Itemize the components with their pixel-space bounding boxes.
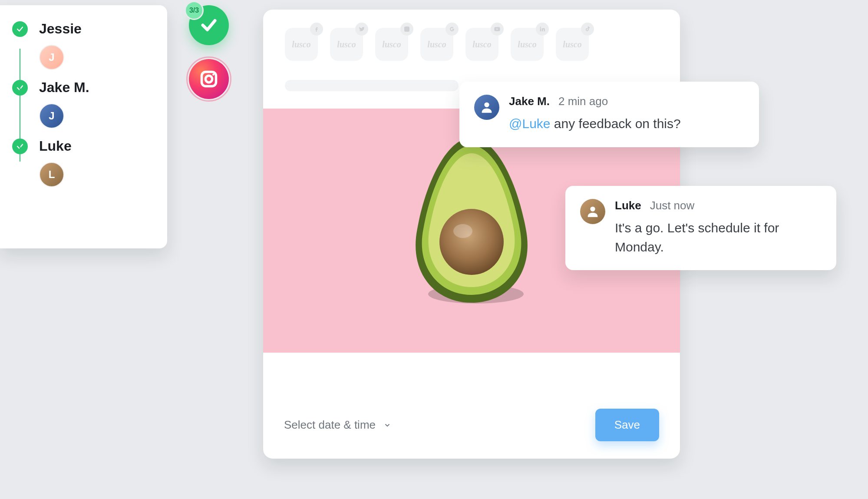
- comment-bubble[interactable]: Luke Just now It's a go. Let's schedule …: [565, 186, 836, 270]
- comment-text: It's a go. Let's schedule it for Monday.: [615, 221, 779, 254]
- tiktok-icon: [581, 23, 594, 36]
- brand-label: lusco: [472, 40, 491, 50]
- approvers-timeline: [20, 49, 20, 162]
- comment-meta: Jake M. 2 min ago: [509, 95, 681, 108]
- caption-placeholder[interactable]: [285, 80, 459, 91]
- approver-name: Luke: [39, 138, 72, 154]
- channel-chip-facebook[interactable]: lusco: [285, 28, 318, 61]
- channel-chip-linkedin[interactable]: lusco: [511, 28, 544, 61]
- comment-body: It's a go. Let's schedule it for Monday.: [615, 218, 806, 256]
- channel-chip-twitter[interactable]: lusco: [330, 28, 363, 61]
- approval-count-badge: 3/3: [185, 1, 204, 20]
- comment-bubble[interactable]: Jake M. 2 min ago @Luke any feedback on …: [459, 82, 759, 147]
- save-button[interactable]: Save: [595, 409, 659, 441]
- linkedin-icon: [536, 23, 549, 36]
- approver-row[interactable]: Luke: [12, 138, 153, 154]
- comment-text: any feedback on this?: [551, 116, 681, 131]
- comment-time: 2 min ago: [558, 95, 608, 108]
- channel-chip-google[interactable]: lusco: [420, 28, 453, 61]
- check-icon: [12, 21, 28, 37]
- comment-time: Just now: [650, 199, 695, 212]
- approver-name: Jessie: [39, 21, 82, 37]
- comment-body: @Luke any feedback on this?: [509, 114, 681, 133]
- brand-label: lusco: [292, 40, 310, 50]
- brand-label: lusco: [563, 40, 581, 50]
- avocado-illustration: [404, 133, 539, 307]
- twitter-icon: [355, 23, 368, 36]
- svg-point-1: [205, 76, 212, 82]
- instagram-icon: [199, 69, 218, 89]
- svg-point-4: [406, 28, 408, 30]
- approval-complete-badge[interactable]: 3/3: [189, 5, 229, 45]
- avatar[interactable]: J: [39, 103, 64, 129]
- channel-chip-instagram[interactable]: lusco: [375, 28, 408, 61]
- brand-label: lusco: [382, 40, 401, 50]
- svg-point-5: [408, 27, 409, 28]
- channel-chip-youtube[interactable]: lusco: [465, 28, 498, 61]
- comment-author: Jake M.: [509, 95, 550, 108]
- approvers-panel: Jessie J Jake M. J Luke L: [0, 5, 167, 248]
- datetime-picker[interactable]: Select date & time: [284, 418, 391, 432]
- channel-chip-tiktok[interactable]: lusco: [556, 28, 589, 61]
- comment-author: Luke: [615, 199, 641, 212]
- approver-row[interactable]: Jessie: [12, 21, 153, 37]
- approver-row[interactable]: Jake M.: [12, 79, 153, 96]
- svg-point-8: [453, 224, 472, 238]
- avatar[interactable]: J: [39, 45, 64, 70]
- chevron-down-icon: [383, 421, 391, 429]
- svg-point-10: [590, 207, 595, 211]
- datetime-label: Select date & time: [284, 418, 376, 432]
- brand-label: lusco: [427, 40, 446, 50]
- approver-name: Jake M.: [39, 79, 89, 96]
- check-icon: [200, 16, 218, 34]
- comment-meta: Luke Just now: [615, 199, 806, 212]
- avatar: [474, 95, 499, 120]
- avatar[interactable]: L: [39, 162, 64, 187]
- instagram-icon: [400, 23, 413, 36]
- avatar: [580, 199, 605, 224]
- brand-label: lusco: [337, 40, 356, 50]
- google-icon: [446, 23, 459, 36]
- mention[interactable]: @Luke: [509, 116, 551, 131]
- status-column: 3/3: [189, 5, 231, 99]
- svg-rect-0: [202, 72, 216, 86]
- brand-label: lusco: [518, 40, 536, 50]
- svg-point-7: [439, 209, 504, 275]
- svg-point-9: [484, 102, 489, 107]
- composer-footer: Select date & time Save: [263, 396, 680, 459]
- youtube-icon: [491, 23, 504, 36]
- svg-point-2: [212, 74, 214, 76]
- channel-selector: lusco lusco lusco lusco lusco lusco lusc…: [263, 10, 680, 68]
- instagram-channel-token[interactable]: [189, 59, 229, 99]
- facebook-icon: [310, 23, 323, 36]
